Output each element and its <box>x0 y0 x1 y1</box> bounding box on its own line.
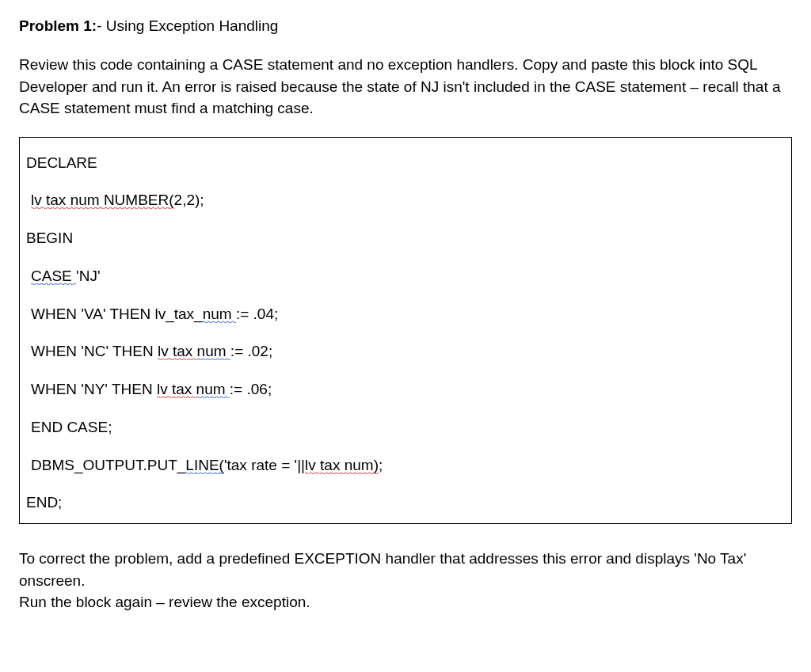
outro-line-1: To correct the problem, add a predefined… <box>19 548 792 591</box>
code-block: DECLARE lv tax num NUMBER(2,2); BEGIN CA… <box>19 137 792 525</box>
code-declare: DECLARE <box>26 154 785 173</box>
code-var-decl: lv tax num NUMBER(2,2); <box>26 191 785 210</box>
intro-paragraph: Review this code containing a CASE state… <box>19 54 792 120</box>
document-page: Problem 1:- Using Exception Handling Rev… <box>0 0 811 631</box>
code-begin: BEGIN <box>26 229 785 248</box>
outro-paragraph: To correct the problem, add a predefined… <box>19 548 792 613</box>
problem-number: Problem 1: <box>19 17 97 34</box>
code-case: CASE 'NJ' <box>26 267 785 286</box>
code-dbms-output: DBMS_OUTPUT.PUT_LINE('tax rate = '||lv t… <box>26 456 785 475</box>
code-end-case: END CASE; <box>26 418 785 437</box>
code-when-nc: WHEN 'NC' THEN lv tax num := .02; <box>26 342 785 361</box>
code-when-ny: WHEN 'NY' THEN lv tax num := .06; <box>26 380 785 399</box>
code-when-va: WHEN 'VA' THEN lv_tax_num := .04; <box>26 305 785 324</box>
problem-heading: Problem 1:- Using Exception Handling <box>19 17 792 35</box>
outro-line-2: Run the block again – review the excepti… <box>19 591 792 613</box>
problem-title: - Using Exception Handling <box>97 17 278 34</box>
code-end: END; <box>26 493 785 512</box>
